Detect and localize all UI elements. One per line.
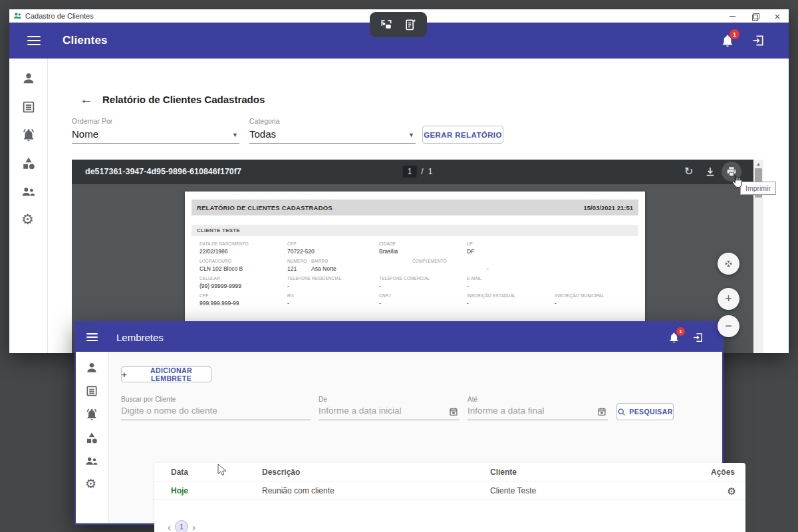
next-page-icon[interactable]: › xyxy=(188,521,200,532)
generate-report-button[interactable]: GERAR RELATÓRIO xyxy=(422,126,503,144)
pdf-field: TELEFONE RESIDENCIAL- xyxy=(287,276,341,289)
table-header-row: Data Descrição Cliente Ações xyxy=(154,463,745,481)
date-from-input[interactable] xyxy=(319,406,460,416)
add-reminder-button[interactable]: + ADICIONAR LEMBRETE xyxy=(121,366,211,382)
sidebar-item-settings[interactable]: ⚙ xyxy=(85,477,98,490)
window-title: Cadastro de Clientes xyxy=(25,12,94,20)
back-button[interactable]: ← xyxy=(80,92,93,107)
search-button[interactable]: PESQUISAR xyxy=(616,403,674,420)
page-separator: / xyxy=(421,167,423,176)
row-cliente: Cliente Teste xyxy=(490,486,536,495)
minus-icon: − xyxy=(725,319,732,333)
sidebar-item-records[interactable] xyxy=(85,384,98,398)
lembretes-sidebar: ⚙ xyxy=(76,352,109,523)
column-descricao: Descrição xyxy=(262,467,300,477)
sidebar-item-users[interactable] xyxy=(21,184,36,199)
menu-button[interactable] xyxy=(86,333,98,341)
fit-page-button[interactable] xyxy=(718,253,739,275)
order-by-select[interactable]: Ordernar Por Nome ▼ xyxy=(72,117,239,144)
sidebar-item-users[interactable] xyxy=(85,454,98,467)
logout-button[interactable] xyxy=(692,332,704,343)
picture-in-picture-icon[interactable] xyxy=(380,18,393,31)
pdf-toolbar: de517361-3947-4d95-9896-610846f170f7 1 /… xyxy=(72,160,763,184)
date-to-input[interactable] xyxy=(467,406,608,416)
hamburger-icon xyxy=(27,36,41,45)
scroll-up-icon[interactable]: ▲ xyxy=(753,162,763,166)
category-select[interactable]: Categoria Todas ▼ xyxy=(249,117,416,144)
main-sidebar: ⚙ xyxy=(9,59,48,353)
pdf-field: TELEFONE COMERCIAL- xyxy=(379,276,430,289)
column-data: Data xyxy=(171,467,188,477)
logout-button[interactable] xyxy=(751,34,765,47)
exit-icon xyxy=(692,332,704,343)
lembretes-content: + ADICIONAR LEMBRETE Buscar por Cliente … xyxy=(109,352,722,523)
pdf-report-title: RELATÓRIO DE CLIENTES CADASTRADOS xyxy=(197,204,332,211)
pdf-field: CPF999.999.999-99 xyxy=(200,293,239,307)
date-from-label: De xyxy=(319,396,460,403)
pdf-field: INSCRIÇÃO MUNICIPAL- xyxy=(555,293,604,307)
category-label: Categoria xyxy=(249,117,416,125)
sidebar-item-reminders[interactable] xyxy=(21,128,36,142)
client-search-input[interactable] xyxy=(121,406,311,416)
pdf-field: CNPJ- xyxy=(379,293,390,307)
pdf-report-header: RELATÓRIO DE CLIENTES CADASTRADOS 15/03/… xyxy=(192,200,638,215)
restore-button[interactable] xyxy=(743,9,766,23)
close-button[interactable]: × xyxy=(766,9,789,23)
download-icon[interactable] xyxy=(704,166,716,178)
sidebar-item-categories[interactable] xyxy=(85,432,98,445)
document-sparkle-icon[interactable] xyxy=(404,18,417,31)
reminders-table: Data Descrição Cliente Ações Hoje Reuniã… xyxy=(154,463,745,532)
plus-icon: + xyxy=(122,370,127,380)
report-title: Relatório de Clientes Cadastrados xyxy=(102,94,265,105)
lembretes-window: Lembretes 1 xyxy=(74,321,724,525)
menu-button[interactable] xyxy=(27,36,41,45)
sidebar-item-records[interactable] xyxy=(21,100,36,114)
main-content: ⚙ ← Relatório de Clientes Cadastrados Or… xyxy=(9,59,789,353)
pdf-report-datetime: 15/03/2021 21:51 xyxy=(584,204,633,211)
lembretes-body: ⚙ + ADICIONAR LEMBRETE Buscar por Client… xyxy=(76,352,722,523)
notification-badge: 1 xyxy=(730,29,739,39)
chevron-down-icon: ▼ xyxy=(408,132,414,138)
pdf-field: INSCRIÇÃO ESTADUAL- xyxy=(467,293,516,307)
pdf-current-page[interactable]: 1 xyxy=(403,166,417,178)
pdf-field: CEP70722-520 xyxy=(287,241,315,255)
search-icon xyxy=(617,408,626,416)
column-acoes: Ações xyxy=(711,467,735,477)
category-value: Todas xyxy=(249,128,416,140)
pdf-client-name: CLIENTE TESTE xyxy=(197,227,240,233)
notifications-button[interactable]: 1 xyxy=(668,332,680,343)
pdf-field: CELULAR(99) 99999-9999 xyxy=(200,276,241,289)
pdf-document-name: de517361-3947-4d95-9896-610846f170f7 xyxy=(85,167,241,176)
pdf-field: LOGRADOUROCLN 102 Bloco B xyxy=(200,259,243,272)
client-search-field: Buscar por Cliente xyxy=(121,396,311,420)
row-actions-gear-icon[interactable]: ⚙ xyxy=(728,484,736,499)
hamburger-icon xyxy=(86,333,98,341)
fit-icon xyxy=(723,258,734,269)
page-number[interactable]: 1 xyxy=(175,520,188,532)
lembretes-title: Lembretes xyxy=(116,332,164,343)
pdf-field: UFDF xyxy=(467,241,474,255)
pdf-field: E-MAIL- xyxy=(467,276,481,289)
print-icon[interactable] xyxy=(726,166,737,178)
zoom-out-button[interactable]: − xyxy=(718,315,739,337)
notifications-button[interactable]: 1 xyxy=(721,34,734,47)
lembretes-appbar: Lembretes 1 xyxy=(76,323,722,352)
chevron-down-icon: ▼ xyxy=(232,132,238,138)
sidebar-item-clients[interactable] xyxy=(21,71,36,86)
pdf-field: BAIRROAsa Norte xyxy=(311,259,336,272)
sidebar-item-reminders[interactable] xyxy=(85,408,98,421)
client-search-label: Buscar por Cliente xyxy=(121,396,311,403)
sidebar-item-categories[interactable] xyxy=(21,156,36,171)
minimize-button[interactable] xyxy=(721,9,743,23)
calendar-icon[interactable] xyxy=(597,407,606,416)
calendar-icon[interactable] xyxy=(449,407,458,416)
sidebar-item-clients[interactable] xyxy=(85,361,98,374)
app-favicon xyxy=(13,11,22,20)
rotate-icon[interactable]: ↻ xyxy=(684,166,696,178)
zoom-in-button[interactable]: + xyxy=(718,288,739,310)
sidebar-item-settings[interactable]: ⚙ xyxy=(21,212,36,227)
order-by-value: Nome xyxy=(72,128,239,140)
prev-page-icon[interactable]: ‹ xyxy=(164,521,175,532)
table-row[interactable]: Hoje Reunião com cliente Cliente Teste ⚙ xyxy=(154,481,745,500)
exit-icon xyxy=(751,34,765,47)
